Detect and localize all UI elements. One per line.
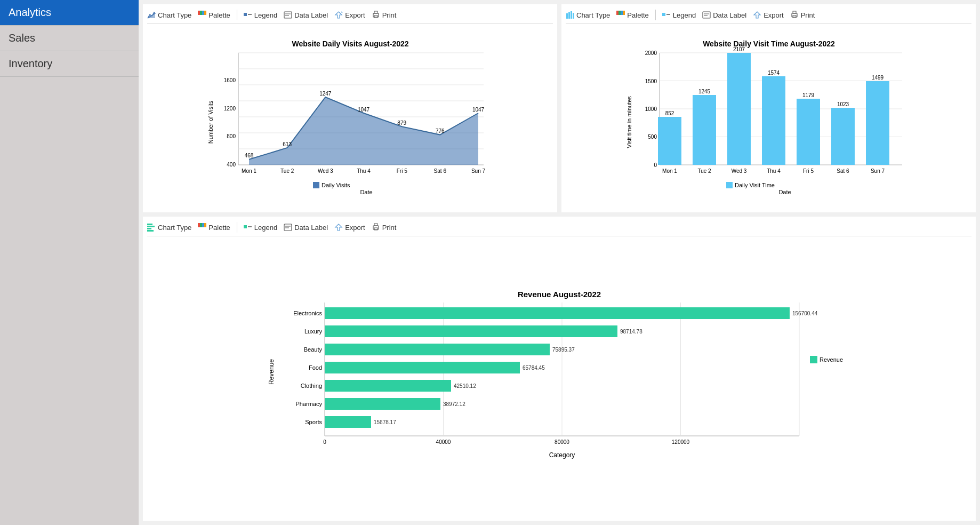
chart-type-label-3: Chart Type (158, 224, 191, 232)
export-btn-1[interactable]: Export (334, 11, 365, 19)
chart-type-btn-2[interactable]: Chart Type (566, 11, 610, 19)
svg-rect-86 (797, 99, 820, 165)
svg-rect-53 (621, 11, 623, 15)
svg-rect-137 (325, 344, 550, 355)
separator-2 (655, 10, 656, 20)
svg-text:1023: 1023 (837, 101, 849, 107)
svg-text:1200: 1200 (223, 106, 236, 112)
svg-text:Fri 5: Fri 5 (396, 168, 407, 174)
svg-text:Clothing: Clothing (301, 383, 322, 389)
sidebar-item-analytics[interactable]: Analytics (0, 0, 139, 26)
svg-rect-4 (202, 11, 204, 15)
svg-rect-55 (662, 13, 665, 16)
palette-icon-3 (198, 223, 206, 232)
svg-text:Electronics: Electronics (293, 310, 322, 316)
svg-text:40000: 40000 (436, 439, 451, 445)
svg-rect-107 (202, 223, 204, 227)
svg-text:1179: 1179 (802, 92, 814, 98)
svg-rect-52 (618, 11, 621, 15)
legend-btn-2[interactable]: Legend (662, 11, 696, 19)
top-chart-row: Chart Type Palette Legend (143, 4, 976, 212)
svg-rect-146 (325, 398, 440, 410)
svg-text:Tue 2: Tue 2 (280, 168, 294, 174)
svg-text:Daily Visits: Daily Visits (322, 182, 350, 188)
svg-rect-82 (727, 53, 751, 165)
print-btn-2[interactable]: Print (790, 11, 815, 19)
chart-type-btn-3[interactable]: Chart Type (147, 223, 191, 232)
svg-text:Luxury: Luxury (304, 328, 323, 335)
svg-text:500: 500 (648, 134, 657, 140)
print-btn-3[interactable]: Print (372, 223, 397, 232)
export-btn-3[interactable]: Export (334, 223, 365, 232)
chart-type-label-1: Chart Type (158, 11, 191, 19)
print-icon-3 (372, 223, 380, 232)
sidebar-item-sales[interactable]: Sales (0, 26, 139, 51)
svg-rect-49 (571, 11, 572, 19)
toolbar-chart2: Chart Type Palette Legend (566, 7, 971, 24)
svg-text:1245: 1245 (698, 89, 710, 94)
svg-text:1047: 1047 (472, 107, 484, 113)
svg-rect-54 (623, 11, 625, 15)
svg-text:Sat 6: Sat 6 (433, 168, 446, 174)
sidebar-item-inventory[interactable]: Inventory (0, 51, 139, 77)
separator-3 (237, 222, 237, 233)
chart-type-btn-1[interactable]: Chart Type (147, 11, 191, 19)
print-label-3: Print (382, 224, 397, 232)
legend-label-3: Legend (254, 224, 277, 232)
sidebar-label-sales: Sales (9, 32, 35, 44)
palette-label-2: Palette (627, 11, 648, 19)
svg-text:Beauty: Beauty (304, 346, 323, 353)
svg-text:Website Daily Visits August-20: Website Daily Visits August-2022 (292, 39, 408, 48)
data-label-btn-3[interactable]: Data Label (284, 223, 328, 232)
svg-text:0: 0 (654, 162, 657, 168)
sidebar: Analytics Sales Inventory (0, 0, 139, 525)
svg-rect-51 (616, 11, 618, 15)
chart-area-revenue: Revenue August-2022 Revenue Category (147, 236, 971, 518)
svg-text:2107: 2107 (733, 46, 745, 52)
svg-text:Revenue: Revenue (268, 359, 275, 384)
toolbar-chart3: Chart Type Palette Legend Data Label (147, 220, 971, 236)
palette-label-1: Palette (208, 11, 230, 19)
legend-btn-1[interactable]: Legend (244, 11, 277, 19)
legend-btn-3[interactable]: Legend (244, 223, 277, 232)
svg-rect-131 (325, 307, 790, 319)
svg-rect-111 (284, 224, 292, 230)
svg-text:2000: 2000 (645, 50, 657, 56)
svg-text:42510.12: 42510.12 (454, 383, 476, 389)
data-label-icon-3 (284, 223, 292, 232)
legend-label-2: Legend (673, 11, 696, 19)
svg-rect-84 (762, 76, 785, 165)
svg-text:Fri 5: Fri 5 (803, 168, 814, 174)
svg-rect-101 (147, 224, 152, 225)
svg-text:Food: Food (309, 364, 322, 371)
print-btn-1[interactable]: Print (372, 11, 397, 19)
data-label-btn-1[interactable]: Data Label (284, 11, 328, 19)
svg-rect-99 (726, 182, 733, 188)
palette-btn-2[interactable]: Palette (616, 11, 648, 19)
legend-label-1: Legend (254, 11, 277, 19)
chart-type-icon-2 (566, 11, 574, 19)
svg-rect-12 (374, 11, 377, 13)
export-btn-2[interactable]: Export (753, 11, 784, 19)
svg-text:Category: Category (549, 451, 575, 459)
svg-text:156700.44: 156700.44 (792, 311, 818, 316)
svg-text:852: 852 (665, 110, 674, 116)
svg-text:613: 613 (283, 141, 292, 147)
bar-chart-svg: Website Daily Visit Time August-2022 Vis… (625, 37, 913, 197)
svg-rect-90 (866, 81, 889, 165)
svg-rect-8 (284, 12, 292, 18)
svg-text:0: 0 (323, 439, 326, 445)
palette-btn-3[interactable]: Palette (198, 223, 230, 232)
palette-btn-1[interactable]: Palette (198, 11, 230, 19)
svg-text:879: 879 (397, 120, 406, 126)
svg-rect-80 (693, 95, 716, 165)
print-icon-1 (372, 11, 380, 19)
data-label-icon-1 (284, 11, 292, 19)
svg-rect-103 (147, 228, 151, 229)
legend-icon-2 (662, 11, 671, 19)
svg-text:400: 400 (227, 162, 236, 168)
svg-text:Daily Visit Time: Daily Visit Time (735, 182, 775, 188)
toolbar-chart1: Chart Type Palette Legend (147, 7, 553, 24)
palette-icon-2 (616, 11, 625, 19)
data-label-btn-2[interactable]: Data Label (702, 11, 746, 19)
